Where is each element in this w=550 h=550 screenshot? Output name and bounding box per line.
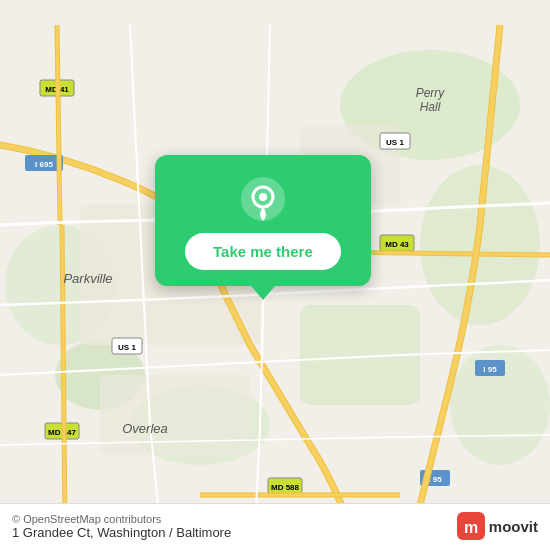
svg-text:MD 588: MD 588 bbox=[271, 483, 300, 492]
take-me-there-button[interactable]: Take me there bbox=[185, 233, 341, 270]
svg-text:Hall: Hall bbox=[420, 100, 441, 114]
map-container: I 695 US 1 MD 41 MD 43 US 1 I 95 I 95 MD… bbox=[0, 0, 550, 550]
moovit-text: moovit bbox=[489, 518, 538, 535]
copyright-text: © OpenStreetMap contributors 1 Grandee C… bbox=[12, 513, 231, 540]
svg-text:I 695: I 695 bbox=[35, 160, 53, 169]
address-text: 1 Grandee Ct, Washington / Baltimore bbox=[12, 525, 231, 540]
popup-card: Take me there bbox=[155, 155, 371, 286]
svg-text:m: m bbox=[464, 519, 478, 536]
bottom-bar: © OpenStreetMap contributors 1 Grandee C… bbox=[0, 503, 550, 550]
svg-text:MD 43: MD 43 bbox=[385, 240, 409, 249]
location-pin-icon bbox=[239, 175, 287, 223]
bottom-bar-left: © OpenStreetMap contributors 1 Grandee C… bbox=[12, 513, 231, 540]
moovit-icon: m bbox=[457, 512, 485, 540]
svg-text:Parkville: Parkville bbox=[63, 271, 112, 286]
svg-text:US 1: US 1 bbox=[386, 138, 404, 147]
svg-text:Overlea: Overlea bbox=[122, 421, 168, 436]
svg-point-43 bbox=[259, 193, 267, 201]
svg-text:I 95: I 95 bbox=[483, 365, 497, 374]
moovit-logo: m moovit bbox=[457, 512, 538, 540]
svg-text:Perry: Perry bbox=[416, 86, 446, 100]
svg-text:US 1: US 1 bbox=[118, 343, 136, 352]
